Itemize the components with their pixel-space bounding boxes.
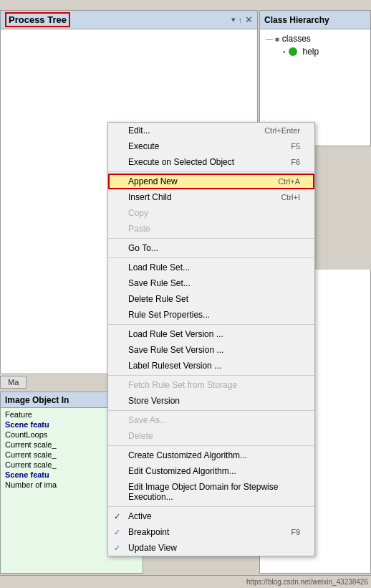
menu-shortcut-execute: F5 (291, 142, 300, 151)
menu-item-edit-image-object[interactable]: Edit Image Object Domain for Stepwise Ex… (108, 479, 314, 505)
menu-label-save-rule-set: Save Rule Set... (128, 278, 191, 288)
menu-item-copy[interactable]: Copy (108, 205, 314, 221)
menu-item-store-version[interactable]: Store Version (108, 393, 314, 409)
menu-label-insert-child: Insert Child (128, 192, 172, 202)
menu-label-delete-rule-set: Delete Rule Set (128, 294, 188, 304)
status-text: https://blog.csdn.net/weixin_43238426 (246, 578, 368, 586)
header-controls: ▾ ↑ ✕ (231, 14, 254, 25)
menu-item-active[interactable]: ✓ Active (108, 508, 314, 524)
menu-separator-1 (108, 171, 314, 172)
menu-shortcut-breakpoint: F9 (291, 528, 300, 536)
help-circle-icon (289, 47, 297, 56)
menu-item-load-rule-set-version[interactable]: Load Rule Set Version ... (108, 326, 314, 342)
tree-line-icon: • (283, 48, 286, 56)
menu-separator-6 (108, 410, 314, 411)
menu-item-execute-selected[interactable]: Execute on Selected Object F6 (108, 154, 314, 170)
help-label: help (303, 47, 319, 57)
status-bar: https://blog.csdn.net/weixin_43238426 (0, 575, 371, 588)
menu-separator-3 (108, 257, 314, 258)
process-tree-title: Process Tree (5, 12, 70, 27)
menu-label-paste: Paste (128, 224, 150, 234)
menu-item-insert-child[interactable]: Insert Child Ctrl+I (108, 189, 314, 205)
menu-item-edit-algo[interactable]: Edit Customized Algorithm... (108, 463, 314, 479)
menu-separator-4 (108, 324, 314, 325)
menu-label-rule-set-props: Rule Set Properties... (128, 310, 210, 320)
menu-label-update-view: Update View (128, 543, 177, 553)
menu-item-paste[interactable]: Paste (108, 221, 314, 237)
menu-item-go-to[interactable]: Go To... (108, 240, 314, 256)
menu-separator-2 (108, 238, 314, 239)
image-object-title: Image Object In (5, 395, 69, 405)
menu-item-update-view[interactable]: ✓ Update View (108, 540, 314, 556)
process-tree-header: Process Tree ▾ ↑ ✕ (1, 11, 257, 29)
menu-label-active: Active (128, 511, 152, 521)
menu-item-edit[interactable]: Edit... Ctrl+Enter (108, 123, 314, 138)
pin-icon[interactable]: ▾ (231, 15, 236, 24)
menu-item-fetch-rule-set[interactable]: Fetch Rule Set from Storage (108, 377, 314, 393)
tree-item-help[interactable]: • help (266, 45, 365, 58)
menu-label-edit-algo: Edit Customized Algorithm... (128, 466, 236, 476)
breakpoint-check-icon: ✓ (114, 528, 120, 537)
menu-item-label-ruleset-version[interactable]: Label Ruleset Version ... (108, 358, 314, 374)
menu-label-delete: Delete (128, 431, 153, 441)
menu-item-execute[interactable]: Execute F5 (108, 138, 314, 154)
float-icon[interactable]: ↑ (238, 16, 243, 24)
menu-shortcut-edit: Ctrl+Enter (264, 126, 300, 135)
menu-item-save-as[interactable]: Save As... (108, 412, 314, 428)
context-menu: Edit... Ctrl+Enter Execute F5 Execute on… (107, 122, 315, 556)
menu-item-save-rule-set[interactable]: Save Rule Set... (108, 275, 314, 291)
class-hierarchy-title: Class Hierarchy (264, 15, 329, 25)
active-check-icon: ✓ (114, 512, 120, 521)
menu-item-breakpoint[interactable]: ✓ Breakpoint F9 (108, 524, 314, 540)
bottom-tab-ma[interactable]: Ma (0, 376, 26, 389)
menu-shortcut-execute-selected: F6 (291, 158, 300, 166)
menu-label-label-ruleset-version: Label Ruleset Version ... (128, 361, 221, 371)
menu-label-edit-image-object: Edit Image Object Domain for Stepwise Ex… (128, 482, 300, 502)
menu-label-execute-selected: Execute on Selected Object (128, 157, 234, 167)
menu-label-copy: Copy (128, 208, 148, 218)
menu-separator-7 (108, 445, 314, 446)
class-hierarchy-content: — ■ classes • help (260, 29, 370, 61)
menu-label-load-rule-set-version: Load Rule Set Version ... (128, 329, 223, 339)
menu-separator-5 (108, 375, 314, 376)
menu-label-breakpoint: Breakpoint (128, 527, 169, 537)
tree-item-classes[interactable]: — ■ classes (266, 32, 365, 45)
menu-separator-8 (108, 506, 314, 507)
menu-label-save-as: Save As... (128, 415, 167, 425)
menu-item-save-rule-set-version[interactable]: Save Rule Set Version ... (108, 342, 314, 358)
tree-expand-icon: — ■ (266, 35, 279, 43)
menu-label-load-rule-set: Load Rule Set... (128, 262, 190, 272)
menu-shortcut-insert-child: Ctrl+I (281, 193, 300, 201)
classes-label: classes (282, 34, 311, 44)
menu-item-append-new[interactable]: Append New Ctrl+A (108, 174, 314, 189)
menu-label-save-rule-set-version: Save Rule Set Version ... (128, 345, 223, 355)
menu-label-go-to: Go To... (128, 243, 158, 253)
update-view-check-icon: ✓ (114, 544, 120, 553)
menu-item-rule-set-props[interactable]: Rule Set Properties... (108, 307, 314, 323)
menu-label-edit: Edit... (128, 125, 150, 136)
menu-label-execute: Execute (128, 141, 159, 151)
menu-shortcut-append-new: Ctrl+A (278, 177, 300, 186)
menu-item-load-rule-set[interactable]: Load Rule Set... (108, 260, 314, 275)
close-icon[interactable]: ✕ (245, 14, 253, 25)
menu-item-create-algo[interactable]: Create Customized Algorithm... (108, 447, 314, 463)
menu-label-create-algo: Create Customized Algorithm... (128, 450, 247, 460)
menu-label-fetch-rule-set: Fetch Rule Set from Storage (128, 380, 237, 390)
menu-label-store-version: Store Version (128, 396, 180, 406)
menu-item-delete[interactable]: Delete (108, 428, 314, 444)
class-hierarchy-header: Class Hierarchy (260, 11, 370, 29)
menu-item-delete-rule-set[interactable]: Delete Rule Set (108, 291, 314, 307)
menu-label-append-new: Append New (128, 176, 178, 186)
